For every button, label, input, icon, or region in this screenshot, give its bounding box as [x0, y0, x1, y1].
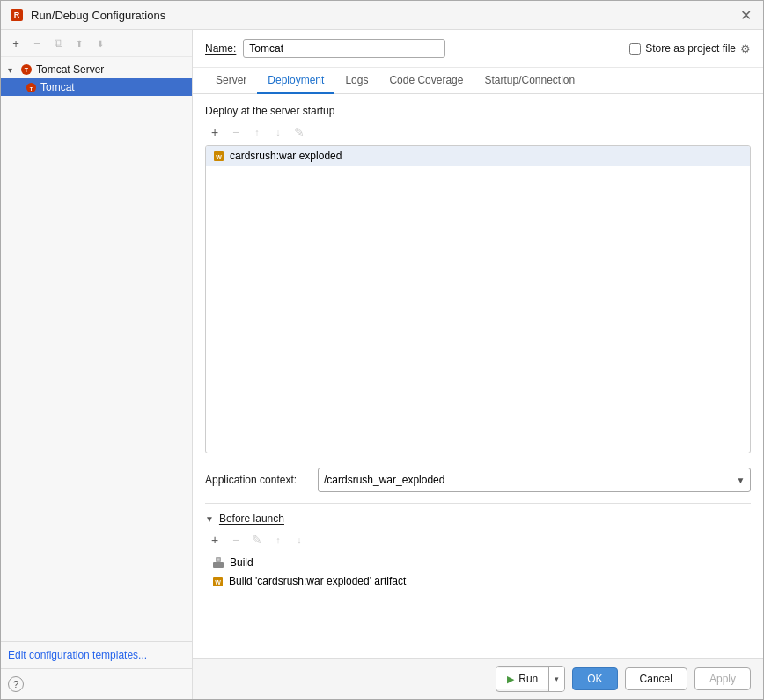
- dialog-icon: R: [10, 8, 24, 22]
- copy-config-button[interactable]: ⧉: [48, 33, 68, 53]
- main-content: + − ⧉ ⬆ ⬇ ▾ T Tomcat Server: [1, 30, 763, 699]
- sidebar-footer: Edit configuration templates...: [1, 641, 192, 668]
- down-artifact-button[interactable]: ↓: [268, 122, 288, 142]
- deploy-section: Deploy at the server startup + − ↑ ↓ ✎ W: [205, 105, 751, 453]
- run-button-label: Run: [518, 673, 538, 685]
- remove-artifact-button[interactable]: −: [226, 122, 246, 142]
- run-button[interactable]: ▶ Run: [496, 668, 548, 689]
- sidebar-bottom: ?: [1, 668, 192, 699]
- tree-item-label: Tomcat: [40, 81, 75, 93]
- run-play-icon: ▶: [507, 674, 514, 685]
- run-dropdown-arrow[interactable]: ▾: [548, 667, 564, 691]
- move-down-config-button[interactable]: ⬇: [91, 33, 110, 53]
- tomcat-item-icon: T: [26, 82, 37, 93]
- help-button[interactable]: ?: [8, 676, 24, 692]
- tab-code-coverage[interactable]: Code Coverage: [378, 68, 474, 94]
- name-row: Name: Store as project file ⚙: [193, 30, 763, 68]
- svg-text:W: W: [216, 153, 222, 159]
- tree-item-tomcat[interactable]: T Tomcat: [1, 78, 192, 96]
- dialog-title: Run/Debug Configurations: [31, 9, 730, 22]
- edit-templates-link[interactable]: Edit configuration templates...: [8, 649, 147, 661]
- gear-icon[interactable]: ⚙: [740, 42, 751, 55]
- svg-text:R: R: [14, 11, 20, 19]
- artifact-build-icon: W: [212, 576, 224, 587]
- add-artifact-button[interactable]: +: [205, 122, 224, 142]
- run-debug-dialog: R Run/Debug Configurations ✕ + − ⧉ ⬆ ⬇ ▾: [0, 0, 764, 700]
- tree-group-tomcat: ▾ T Tomcat Server T Tomcat: [1, 61, 192, 96]
- tree-group-label: Tomcat Server: [36, 63, 104, 76]
- context-label: Application context:: [205, 474, 311, 486]
- add-launch-button[interactable]: +: [205, 530, 224, 549]
- cancel-button[interactable]: Cancel: [625, 667, 687, 690]
- tomcat-server-icon: T: [20, 63, 33, 76]
- launch-item-artifact-label: Build 'cardsrush:war exploded' artifact: [229, 575, 406, 587]
- sidebar-toolbar: + − ⧉ ⬆ ⬇: [1, 30, 192, 57]
- store-project-file-checkbox[interactable]: [629, 43, 641, 55]
- tabs: Server Deployment Logs Code Coverage Sta…: [193, 68, 763, 94]
- svg-text:W: W: [215, 578, 221, 585]
- apply-button[interactable]: Apply: [694, 667, 751, 690]
- tab-server[interactable]: Server: [205, 68, 257, 94]
- edit-artifact-button[interactable]: ✎: [290, 122, 309, 142]
- right-panel: Name: Store as project file ⚙ Server Dep…: [193, 30, 763, 699]
- up-artifact-button[interactable]: ↑: [247, 122, 267, 142]
- artifact-empty-space: [206, 166, 750, 431]
- artifact-label: cardsrush:war exploded: [230, 150, 342, 162]
- build-icon: [212, 556, 224, 569]
- before-launch-section: ▼ Before launch + − ✎ ↑ ↓: [205, 503, 751, 589]
- before-launch-header[interactable]: ▼ Before launch: [205, 512, 751, 525]
- context-input-wrapper: ▼: [318, 468, 751, 492]
- tree-group-header-tomcat[interactable]: ▾ T Tomcat Server: [1, 61, 192, 78]
- before-launch-toolbar: + − ✎ ↑ ↓: [205, 530, 751, 549]
- name-input[interactable]: [243, 39, 445, 58]
- context-dropdown-arrow[interactable]: ▼: [731, 468, 750, 491]
- store-checkbox-row: Store as project file ⚙: [629, 42, 751, 55]
- title-bar: R Run/Debug Configurations ✕: [1, 1, 763, 30]
- launch-item-build-label: Build: [230, 556, 253, 569]
- artifact-icon: W: [213, 151, 224, 162]
- store-label: Store as project file: [645, 42, 736, 55]
- svg-text:T: T: [25, 67, 29, 73]
- tree-group-chevron: ▾: [8, 65, 17, 75]
- down-launch-button[interactable]: ↓: [290, 530, 309, 549]
- tab-logs[interactable]: Logs: [334, 68, 378, 94]
- before-launch-items: Build W Build 'cardsrush:war exploded' a…: [205, 555, 751, 589]
- bottom-bar: ▶ Run ▾ OK Cancel Apply: [193, 658, 763, 699]
- name-label: Name:: [205, 42, 236, 55]
- artifact-toolbar: + − ↑ ↓ ✎: [205, 122, 751, 142]
- context-input[interactable]: [319, 470, 731, 490]
- svg-text:T: T: [30, 85, 33, 91]
- tab-startup-connection[interactable]: Startup/Connection: [474, 68, 585, 94]
- launch-item-artifact: W Build 'cardsrush:war exploded' artifac…: [209, 573, 751, 589]
- move-up-config-button[interactable]: ⬆: [70, 33, 89, 53]
- svg-rect-8: [213, 562, 224, 568]
- sidebar-tree: ▾ T Tomcat Server T Tomcat: [1, 57, 192, 641]
- before-launch-label: Before launch: [219, 512, 284, 525]
- run-button-wrapper: ▶ Run ▾: [496, 666, 565, 692]
- tab-deployment[interactable]: Deployment: [257, 68, 334, 94]
- ok-button[interactable]: OK: [572, 667, 617, 690]
- tab-content-deployment: Deploy at the server startup + − ↑ ↓ ✎ W: [193, 94, 763, 658]
- deploy-section-label: Deploy at the server startup: [205, 105, 751, 117]
- artifact-list: W cardsrush:war exploded: [205, 145, 751, 453]
- remove-config-button[interactable]: −: [27, 33, 47, 53]
- edit-launch-button[interactable]: ✎: [247, 530, 267, 549]
- close-button[interactable]: ✕: [737, 6, 754, 24]
- before-launch-chevron: ▼: [205, 514, 214, 524]
- add-config-button[interactable]: +: [6, 33, 26, 53]
- launch-item-build: Build: [209, 555, 751, 571]
- up-launch-button[interactable]: ↑: [268, 530, 288, 549]
- context-row: Application context: ▼: [205, 468, 751, 492]
- svg-rect-10: [217, 559, 220, 561]
- artifact-row[interactable]: W cardsrush:war exploded: [206, 146, 750, 166]
- sidebar: + − ⧉ ⬆ ⬇ ▾ T Tomcat Server: [1, 30, 193, 699]
- remove-launch-button[interactable]: −: [226, 530, 246, 549]
